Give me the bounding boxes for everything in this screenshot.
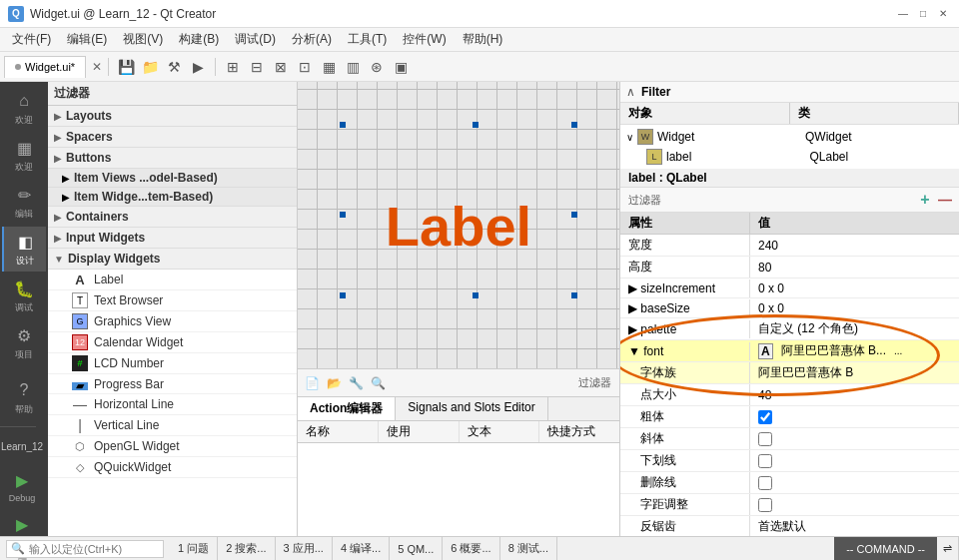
category-display-widgets[interactable]: ▼ Display Widgets (48, 249, 297, 270)
obj-row-widget[interactable]: ∨ W Widget QWidget (622, 127, 957, 147)
handle-tr[interactable] (571, 122, 577, 128)
font-edit-btn[interactable]: ... (894, 345, 902, 356)
menu-view[interactable]: 视图(V) (115, 29, 171, 50)
status-test[interactable]: 8 测试... (500, 537, 557, 560)
statusbar-search[interactable]: 🔍 (6, 540, 164, 558)
widget-item-horizontal-line[interactable]: — Horizontal Line (48, 394, 297, 415)
widget-item-label[interactable]: A Label (48, 270, 297, 290)
nav-design[interactable]: ◧ 设计 (2, 227, 46, 272)
underline-checkbox[interactable] (758, 454, 772, 468)
menu-edit[interactable]: 编辑(E) (59, 29, 115, 50)
menu-analyze[interactable]: 分析(A) (284, 29, 340, 50)
widget-item-graphics-view[interactable]: G Graphics View (48, 311, 297, 332)
nav-project-run[interactable]: Learn_12 (0, 431, 44, 463)
menu-tools[interactable]: 工具(T) (340, 29, 395, 50)
category-spacers[interactable]: ▶ Spacers (48, 127, 297, 148)
handle-tc[interactable] (473, 122, 479, 128)
action-editor-tab[interactable]: Action编辑器 (298, 397, 396, 420)
handle-bc[interactable] (473, 292, 479, 298)
widget-item-vertical-line[interactable]: | Vertical Line (48, 415, 297, 436)
prop-add-button[interactable]: + (915, 190, 935, 210)
titlebar-controls[interactable]: — □ ✕ (895, 6, 951, 22)
search-input[interactable] (29, 543, 159, 555)
toolbar-layout3-btn[interactable]: ⊠ (270, 56, 292, 78)
maximize-button[interactable]: □ (915, 6, 931, 22)
bold-checkbox[interactable] (758, 410, 772, 424)
menu-debug[interactable]: 调试(D) (227, 29, 284, 50)
toolbar-layout1-btn[interactable]: ⊞ (222, 56, 244, 78)
prop-remove-button[interactable]: — (935, 190, 955, 210)
toolbar-layout7-btn[interactable]: ⊛ (366, 56, 388, 78)
prop-row-font: ▼ font A 阿里巴巴普惠体 B... ... (620, 340, 959, 362)
canvas-btn-4[interactable]: 🔍 (368, 373, 388, 393)
canvas-area[interactable]: Label (298, 82, 619, 368)
category-input-widgets[interactable]: ▶ Input Widgets (48, 228, 297, 249)
size-increment-expand[interactable]: ▶ (628, 281, 640, 295)
status-problems[interactable]: 1 问题 (170, 537, 218, 560)
handle-tl[interactable] (340, 122, 346, 128)
toolbar-layout6-btn[interactable]: ▥ (342, 56, 364, 78)
menu-build[interactable]: 构建(B) (171, 29, 227, 50)
nav-help[interactable]: ? 帮助 (2, 375, 46, 420)
file-tab[interactable]: Widget.ui* (4, 56, 86, 78)
toolbar-save-btn[interactable]: 💾 (115, 56, 137, 78)
toolbar-run-btn[interactable]: ▶ (187, 56, 209, 78)
nav-project[interactable]: ⚙ 项目 (2, 320, 46, 365)
label-widget[interactable]: Label (386, 193, 531, 258)
status-search[interactable]: 2 搜索... (218, 537, 275, 560)
status-overview[interactable]: 6 概要... (443, 537, 499, 560)
toolbar-layout8-btn[interactable]: ▣ (390, 56, 412, 78)
widget-panel-header: 过滤器 (48, 82, 297, 106)
widget-item-lcd[interactable]: # LCD Number (48, 353, 297, 374)
menu-controls[interactable]: 控件(W) (395, 29, 454, 50)
status-qm[interactable]: 5 QM... (390, 537, 443, 560)
palette-expand[interactable]: ▶ (628, 322, 640, 336)
prop-key-base-size: ▶ baseSize (620, 299, 750, 317)
kerning-checkbox[interactable] (758, 498, 772, 512)
nav-welcome[interactable]: ⌂ 欢迎 (2, 86, 46, 131)
handle-mr[interactable] (571, 212, 577, 218)
close-button[interactable]: ✕ (935, 6, 951, 22)
display-widgets-label: Display Widgets (68, 252, 161, 266)
category-item-widgets[interactable]: ▶ Item Widge...tem-Based) (48, 188, 297, 207)
italic-checkbox[interactable] (758, 432, 772, 446)
nav-edit[interactable]: ✏ 编辑 (2, 180, 46, 225)
category-item-views[interactable]: ▶ Item Views ...odel-Based) (48, 169, 297, 188)
obj-child-label[interactable]: L label QLabel (622, 147, 957, 167)
status-apply[interactable]: 3 应用... (276, 537, 333, 560)
canvas-btn-2[interactable]: 📂 (324, 373, 344, 393)
toolbar-separator (108, 58, 109, 76)
category-layouts[interactable]: ▶ Layouts (48, 106, 297, 127)
widget-item-opengl[interactable]: ⬡ OpenGL Widget (48, 436, 297, 457)
widget-item-text-browser[interactable]: T Text Browser (48, 290, 297, 311)
toolbar-layout2-btn[interactable]: ⊟ (246, 56, 268, 78)
handle-ml[interactable] (340, 212, 346, 218)
toolbar-open-btn[interactable]: 📁 (139, 56, 161, 78)
strikeout-checkbox[interactable] (758, 476, 772, 490)
widget-item-progress-bar[interactable]: ▰ Progress Bar (48, 374, 297, 394)
category-buttons[interactable]: ▶ Buttons (48, 148, 297, 169)
toolbar-layout5-btn[interactable]: ▦ (318, 56, 340, 78)
minimize-button[interactable]: — (895, 6, 911, 22)
canvas-btn-3[interactable]: 🔧 (346, 373, 366, 393)
signals-slots-tab[interactable]: Signals and Slots Editor (396, 397, 547, 420)
widget-item-calendar[interactable]: 12 Calendar Widget (48, 332, 297, 353)
canvas-btn-1[interactable]: 📄 (302, 373, 322, 393)
widget-item-qquick[interactable]: ◇ QQuickWidget (48, 457, 297, 478)
base-size-expand[interactable]: ▶ (628, 301, 640, 315)
handle-br[interactable] (571, 292, 577, 298)
tab-close-button[interactable]: ✕ (92, 60, 102, 74)
action-editor: Action编辑器 Signals and Slots Editor 名称 使用… (298, 396, 619, 536)
nav-edit-mode[interactable]: ▦ 欢迎 (2, 133, 46, 178)
handle-bl[interactable] (340, 292, 346, 298)
nav-run-mode[interactable]: ▶ Debug (0, 465, 44, 507)
font-expand[interactable]: ▼ (628, 344, 643, 358)
menu-help[interactable]: 帮助(H) (455, 29, 511, 50)
nav-play[interactable]: ▶ (0, 509, 44, 541)
toolbar-layout4-btn[interactable]: ⊡ (294, 56, 316, 78)
category-containers[interactable]: ▶ Containers (48, 207, 297, 228)
status-compile[interactable]: 4 编译... (333, 537, 390, 560)
toolbar-build-btn[interactable]: ⚒ (163, 56, 185, 78)
nav-debug[interactable]: 🐛 调试 (2, 274, 46, 318)
menu-file[interactable]: 文件(F) (4, 29, 59, 50)
